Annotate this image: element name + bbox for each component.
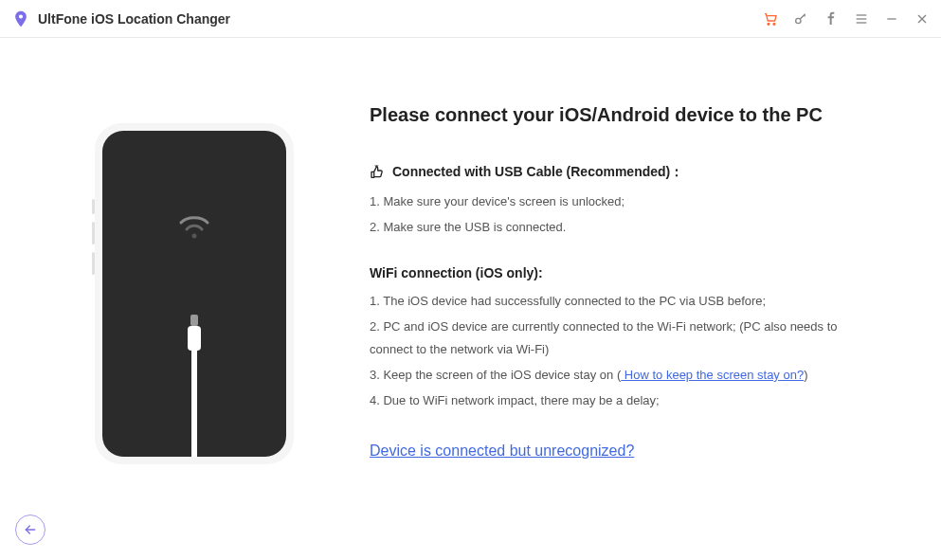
- key-icon[interactable]: [793, 11, 808, 27]
- app-logo-icon: [11, 9, 30, 28]
- titlebar: UltFone iOS Location Changer: [0, 0, 941, 38]
- titlebar-right: [763, 11, 930, 27]
- svg-point-0: [19, 14, 23, 18]
- close-icon[interactable]: [914, 11, 930, 27]
- svg-rect-13: [191, 351, 197, 457]
- minimize-icon[interactable]: [884, 11, 899, 27]
- svg-point-1: [768, 23, 769, 25]
- wifi-step-4: 4. Due to WiFi network impact, there may…: [370, 389, 865, 411]
- menu-icon[interactable]: [854, 11, 869, 27]
- cart-icon[interactable]: [763, 11, 778, 27]
- svg-point-2: [773, 23, 775, 25]
- phone-illustration: [95, 123, 294, 464]
- usb-step-2: 2. Make sure the USB is connected.: [370, 216, 865, 238]
- page-title: Please connect your iOS/Android device t…: [370, 104, 865, 126]
- titlebar-left: UltFone iOS Location Changer: [11, 9, 230, 28]
- main-content: Please connect your iOS/Android device t…: [0, 38, 941, 464]
- wifi-section-heading: WiFi connection (iOS only):: [370, 265, 865, 280]
- usb-step-1: 1. Make sure your device's screen is unl…: [370, 190, 865, 212]
- wifi-step-3-prefix: 3. Keep the screen of the iOS device sta…: [370, 368, 621, 382]
- usb-cable-icon: [180, 315, 208, 457]
- back-button[interactable]: [15, 515, 45, 545]
- thumbs-up-icon: [370, 165, 385, 180]
- app-title: UltFone iOS Location Changer: [38, 11, 230, 27]
- facebook-icon[interactable]: [823, 11, 839, 27]
- help-link-container: Device is connected but unrecognized?: [370, 443, 865, 460]
- usb-title-text: Connected with USB Cable (Recommended)：: [392, 164, 683, 181]
- arrow-left-icon: [23, 522, 38, 537]
- svg-point-10: [192, 234, 197, 239]
- keep-screen-on-link[interactable]: How to keep the screen stay on?: [621, 368, 804, 382]
- wifi-step-2: 2. PC and iOS device are currently conne…: [370, 316, 865, 360]
- wifi-icon: [175, 211, 213, 240]
- instructions-panel: Please connect your iOS/Android device t…: [370, 104, 903, 464]
- wifi-step-1: 1. The iOS device had successfully conne…: [370, 290, 865, 312]
- svg-rect-12: [188, 326, 201, 351]
- svg-point-3: [796, 18, 801, 23]
- phone-screen: [102, 131, 286, 457]
- wifi-step-3-suffix: ): [804, 368, 807, 382]
- device-unrecognized-link[interactable]: Device is connected but unrecognized?: [370, 443, 634, 459]
- phone-side-buttons: [92, 199, 95, 282]
- svg-rect-11: [190, 315, 198, 326]
- wifi-step-3: 3. Keep the screen of the iOS device sta…: [370, 364, 865, 386]
- usb-section-heading: Connected with USB Cable (Recommended)：: [370, 164, 865, 181]
